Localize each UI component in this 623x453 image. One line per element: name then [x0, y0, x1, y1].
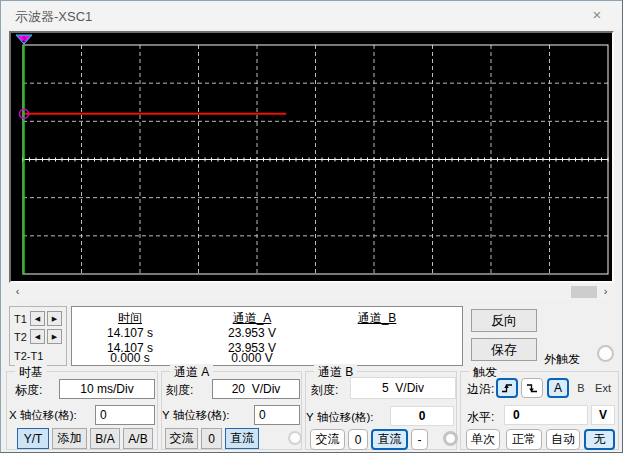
t1-right-button[interactable]: ▶ — [47, 311, 62, 326]
falling-edge-icon — [525, 382, 539, 394]
trigger-source-ext-button[interactable]: Ext — [591, 378, 615, 398]
title-bar[interactable]: 示波器-XSC1 × — [1, 1, 622, 29]
col-time-header: 时间 — [80, 310, 180, 327]
readout-header-row: 时间 通道_A 通道_B — [72, 310, 462, 325]
channel-a-dc-button[interactable]: 直流 — [225, 428, 259, 449]
left-arrow-icon: ◀ — [35, 315, 40, 322]
channel-a-yoffset-label: Y 轴位移(格): — [162, 408, 230, 423]
ext-trigger-label: 外触发 — [544, 351, 580, 368]
ba-mode-button[interactable]: B/A — [90, 428, 120, 449]
trigger-auto-button[interactable]: 自动 — [546, 429, 580, 450]
trigger-single-button[interactable]: 单次 — [466, 429, 500, 450]
ab-mode-button[interactable]: A/B — [123, 428, 153, 449]
t2t1-label: T2-T1 — [14, 350, 43, 362]
channel-a-title: 通道 A — [170, 364, 213, 381]
scroll-right-icon[interactable]: › — [597, 284, 614, 300]
timebase-scale-label: 标度: — [15, 382, 42, 399]
measurement-readout-table: 时间 通道_A 通道_B 14.107 s 23.953 V 14.107 s … — [71, 306, 463, 366]
t1-label: T1 — [14, 313, 27, 325]
falling-edge-button[interactable] — [521, 378, 543, 398]
channel-b-zero-button[interactable]: 0 — [348, 429, 368, 450]
trigger-group: 触发 边沿: A B Ext 水平: V 单次 正常 自动 无 — [460, 371, 619, 450]
t2-left-button[interactable]: ◀ — [30, 329, 45, 344]
scope-grid-display[interactable]: 2 — [11, 33, 612, 281]
t2t1-channel-a-value: 0.000 V — [202, 351, 302, 365]
channel-a-scale-label: 刻度: — [166, 382, 193, 399]
trigger-source-b-button[interactable]: B — [573, 378, 589, 398]
scrollbar-thumb[interactable] — [571, 286, 597, 298]
timebase-xoffset-input[interactable] — [95, 405, 155, 425]
channel-b-invert-button[interactable]: - — [411, 429, 428, 450]
trigger-none-button[interactable]: 无 — [584, 429, 615, 450]
t2-label: T2 — [14, 331, 27, 343]
t1-left-button[interactable]: ◀ — [30, 311, 45, 326]
channel-b-terminal-icon — [443, 431, 458, 446]
timebase-title: 时基 — [15, 364, 47, 381]
channel-a-ac-button[interactable]: 交流 — [165, 428, 198, 449]
trigger-normal-button[interactable]: 正常 — [506, 429, 542, 450]
add-mode-button[interactable]: 添加 — [52, 428, 87, 449]
timebase-group: 时基 标度: X 轴位移(格): Y/T 添加 B/A A/B — [6, 371, 158, 450]
rising-edge-button[interactable] — [496, 378, 518, 398]
oscilloscope-screen: 2 — [9, 31, 614, 283]
t1-readout-row: 14.107 s 23.953 V — [72, 326, 462, 341]
trigger-source-a-button[interactable]: A — [547, 378, 569, 398]
cursor-control-panel: T1 ◀ ▶ T2 ◀ ▶ T2-T1 — [9, 306, 67, 366]
trigger-level-input[interactable] — [504, 405, 588, 425]
ext-trigger-terminal-icon[interactable] — [597, 345, 614, 362]
save-button[interactable]: 保存 — [471, 338, 537, 361]
timebase-scale-input[interactable] — [59, 379, 155, 399]
col-channel-b-header: 通道_B — [322, 310, 432, 327]
channel-a-yoffset-input[interactable] — [254, 405, 300, 425]
channel-a-terminal-icon — [288, 431, 302, 445]
col-channel-a-header: 通道_A — [202, 310, 302, 327]
channel-a-scale-input[interactable] — [212, 379, 300, 399]
t1-time-value: 14.107 s — [80, 326, 180, 340]
channel-b-yoffset-input[interactable] — [390, 406, 454, 426]
channel-a-zero-button[interactable]: 0 — [201, 428, 222, 449]
scroll-left-icon[interactable]: ‹ — [9, 284, 26, 300]
channel-b-scale-input[interactable] — [350, 377, 456, 399]
channel-b-scale-label: 刻度: — [311, 382, 338, 399]
close-icon[interactable]: × — [586, 5, 608, 25]
t2t1-readout-row: 0.000 s 0.000 V — [72, 351, 462, 366]
timebase-xoffset-label: X 轴位移(格): — [9, 408, 77, 423]
channel-b-ac-button[interactable]: 交流 — [310, 429, 345, 450]
right-arrow-icon: ▶ — [52, 315, 57, 322]
channel-b-dc-button[interactable]: 直流 — [371, 429, 408, 450]
t2t1-time-value: 0.000 s — [80, 351, 180, 365]
oscilloscope-window: 示波器-XSC1 × 2 ‹ › T1 ◀ ▶ T2 ◀ ▶ T2-T1 时间 … — [0, 0, 623, 453]
channel-b-yoffset-label: Y 轴位移(格): — [306, 410, 374, 425]
trigger-edge-label: 边沿: — [467, 381, 494, 398]
trigger-level-label: 水平: — [467, 409, 494, 426]
t2-right-button[interactable]: ▶ — [47, 329, 62, 344]
horizontal-scrollbar[interactable]: ‹ › — [9, 284, 614, 300]
yt-mode-button[interactable]: Y/T — [17, 428, 49, 449]
right-arrow-icon: ▶ — [52, 333, 57, 340]
svg-text:2: 2 — [22, 36, 26, 43]
channel-b-group: 通道 B 刻度: Y 轴位移(格): 交流 0 直流 - — [305, 371, 457, 450]
reverse-button[interactable]: 反向 — [471, 309, 537, 332]
t1-channel-a-value: 23.953 V — [202, 326, 302, 340]
rising-edge-icon — [500, 382, 514, 394]
window-title: 示波器-XSC1 — [15, 8, 92, 26]
trigger-level-unit[interactable]: V — [591, 405, 615, 425]
channel-a-group: 通道 A 刻度: Y 轴位移(格): 交流 0 直流 — [161, 371, 302, 450]
left-arrow-icon: ◀ — [35, 333, 40, 340]
